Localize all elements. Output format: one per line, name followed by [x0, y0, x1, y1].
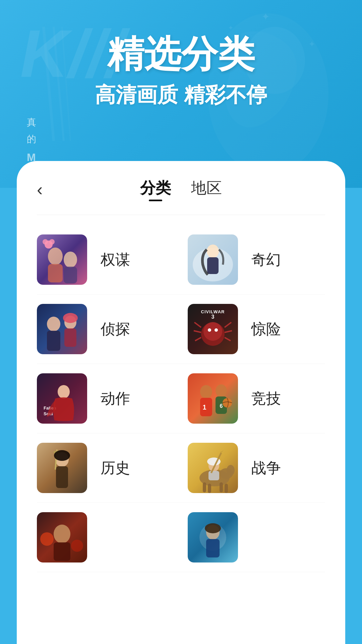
- category-thumb-quanmou: [37, 234, 87, 285]
- svg-point-18: [207, 245, 219, 258]
- tab-container: 分类 地区: [140, 178, 222, 201]
- svg-point-73: [40, 532, 54, 546]
- list-item[interactable]: Fallen Soul 动作: [37, 364, 188, 433]
- svg-point-30: [203, 322, 222, 341]
- back-button[interactable]: ‹: [37, 181, 43, 198]
- category-thumb-bottom1: [37, 512, 87, 562]
- svg-rect-72: [54, 542, 70, 561]
- svg-rect-66: [208, 471, 219, 480]
- list-item[interactable]: 历史: [37, 433, 188, 502]
- svg-point-64: [227, 465, 235, 476]
- svg-text:✦: ✦: [228, 24, 234, 32]
- hero-subtitle: 高清画质 精彩不停: [0, 81, 362, 109]
- category-thumb-lishi: [37, 443, 87, 493]
- svg-text:6: 6: [220, 403, 223, 409]
- svg-rect-78: [206, 539, 220, 557]
- svg-point-11: [64, 252, 77, 268]
- category-label-jingji: 竞技: [251, 389, 281, 409]
- svg-rect-22: [47, 331, 60, 351]
- list-item[interactable]: 奇幻: [188, 225, 325, 294]
- tab-region[interactable]: 地区: [191, 178, 222, 201]
- category-label-jingxian: 惊险: [251, 319, 281, 339]
- category-thumb-qihuan: [188, 234, 238, 285]
- hero-title: 精选分类: [0, 34, 362, 74]
- category-thumb-jingji: 1 6: [188, 373, 238, 424]
- svg-point-25: [63, 313, 78, 323]
- svg-rect-62: [225, 484, 228, 493]
- svg-text:✦: ✦: [261, 11, 270, 22]
- list-item[interactable]: 侦探: [37, 294, 188, 364]
- category-label-zhanzhen: 战争: [251, 458, 281, 478]
- svg-point-42: [58, 385, 70, 398]
- svg-point-37: [208, 328, 211, 332]
- svg-text:3: 3: [212, 314, 215, 320]
- svg-rect-61: [220, 482, 223, 492]
- main-card: ‹ 分类 地区: [17, 161, 345, 644]
- category-thumb-dongzuo: Fallen Soul: [37, 373, 87, 424]
- nav-bar: ‹ 分类 地区: [37, 178, 325, 201]
- svg-point-15: [49, 239, 55, 245]
- svg-point-44: [200, 385, 212, 398]
- svg-rect-43: [188, 373, 238, 424]
- svg-rect-59: [203, 482, 206, 492]
- category-thumb-zhanzhen: [188, 443, 238, 493]
- list-item[interactable]: [37, 503, 188, 572]
- svg-point-38: [215, 328, 218, 332]
- svg-rect-24: [64, 328, 76, 347]
- svg-rect-20: [37, 304, 87, 354]
- category-thumb-bottom2: [188, 512, 238, 562]
- svg-point-74: [71, 540, 83, 552]
- svg-text:CIVILWAR: CIVILWAR: [201, 309, 225, 314]
- category-row-2: 侦探 CIVILWAR: [37, 294, 325, 364]
- list-item[interactable]: 战争: [188, 433, 325, 502]
- svg-point-79: [205, 523, 221, 533]
- svg-rect-19: [207, 257, 219, 274]
- tab-category[interactable]: 分类: [140, 178, 171, 201]
- svg-point-50: [223, 398, 232, 408]
- list-item[interactable]: CIVILWAR 3: [188, 294, 325, 364]
- svg-rect-10: [48, 264, 63, 282]
- list-item[interactable]: 权谋: [37, 225, 188, 294]
- category-label-zhentan: 侦探: [101, 319, 130, 339]
- category-row-1: 权谋: [37, 225, 325, 294]
- category-label-lishi: 历史: [101, 458, 130, 478]
- list-item[interactable]: [188, 503, 325, 572]
- svg-point-9: [48, 248, 63, 265]
- svg-rect-12: [64, 267, 77, 283]
- category-label-qihuan: 奇幻: [251, 250, 281, 270]
- hero-title-text: 精选分类: [107, 33, 255, 74]
- category-row-3: Fallen Soul 动作: [37, 364, 325, 433]
- category-thumb-zhentan: [37, 304, 87, 354]
- svg-text:1: 1: [202, 404, 206, 411]
- svg-rect-53: [56, 466, 68, 488]
- svg-point-21: [47, 317, 60, 331]
- list-item[interactable]: 1 6 竞技: [188, 364, 325, 433]
- hero-text-block: 精选分类 高清画质 精彩不停: [0, 34, 362, 109]
- category-grid: 权谋: [37, 225, 325, 572]
- category-row-4: 历史: [37, 433, 325, 503]
- category-label-dongzuo: 动作: [101, 389, 130, 409]
- nav-divider: [37, 215, 325, 215]
- svg-point-56: [54, 450, 70, 461]
- category-row-5: [37, 503, 325, 572]
- svg-point-14: [43, 239, 48, 245]
- category-label-quanmou: 权谋: [101, 250, 130, 270]
- category-thumb-jingxian: CIVILWAR 3: [188, 304, 238, 354]
- svg-point-47: [216, 384, 227, 397]
- svg-rect-60: [208, 484, 211, 493]
- svg-point-71: [54, 525, 70, 543]
